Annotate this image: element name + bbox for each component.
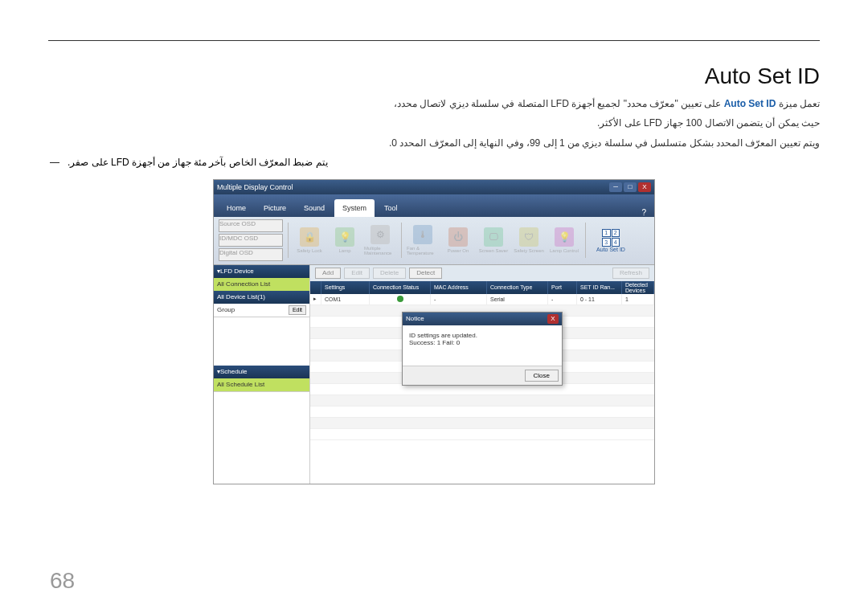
- dialog-line1: ID settings are updated.: [409, 332, 555, 339]
- screenshot: Multiple Display Control ─ □ X Home Pict…: [213, 179, 655, 484]
- window-title: Multiple Display Control: [217, 183, 293, 191]
- sidebar-all-connection[interactable]: All Connection List: [214, 278, 309, 291]
- th-detected: Detected Devices: [622, 281, 654, 294]
- page-title: Auto Set ID: [48, 63, 820, 89]
- table-toolbar: Add Edit Delete Detect Refresh: [310, 265, 654, 281]
- page-number: 68: [50, 568, 75, 594]
- desc-line3: ويتم تعيين المعرّف المحدد بشكل متسلسل في…: [48, 135, 820, 151]
- refresh-button[interactable]: Refresh: [612, 268, 649, 279]
- help-icon[interactable]: ?: [638, 208, 649, 217]
- th-mac: MAC Address: [431, 281, 487, 294]
- note-line: يتم ضبط المعرّف الخاص بآخر مئة جهاز من أ…: [48, 154, 820, 170]
- lamp-icon: 💡Lamp: [329, 223, 361, 258]
- dialog-close-icon[interactable]: X: [547, 314, 559, 324]
- table-body: ▸ COM1 - Serial - 0 - 11 1: [310, 294, 654, 484]
- delete-button[interactable]: Delete: [373, 268, 406, 279]
- tab-home[interactable]: Home: [219, 199, 254, 217]
- desc-line1: تعمل ميزة Auto Set ID على تعيين "معرّف م…: [48, 96, 820, 112]
- table-header: Settings Connection Status MAC Address C…: [310, 281, 654, 294]
- sidebar-lfd-head[interactable]: ▾ LFD Device: [214, 265, 309, 278]
- dialog-close-button[interactable]: Close: [525, 370, 559, 382]
- minimize-button[interactable]: ─: [609, 182, 622, 192]
- table-row[interactable]: ▸ COM1 - Serial - 0 - 11 1: [310, 294, 654, 305]
- source-osd-select[interactable]: Source OSD: [219, 219, 283, 232]
- close-button[interactable]: X: [638, 182, 651, 192]
- digital-osd-select[interactable]: Digital OSD: [219, 248, 283, 261]
- detect-button[interactable]: Detect: [409, 268, 442, 279]
- tab-system[interactable]: System: [334, 199, 375, 217]
- multiple-maintenance-icon: ⚙Multiple Maintenance: [364, 223, 396, 258]
- dialog-line2: Success: 1 Fail: 0: [409, 339, 555, 346]
- sidebar-all-device[interactable]: All Device List(1): [214, 291, 309, 304]
- safety-lock-icon: 🔒Safety Lock: [293, 223, 326, 258]
- notice-dialog: Notice X ID settings are updated. Succes…: [402, 312, 563, 386]
- power-on-icon: ⏻Power On: [442, 223, 474, 258]
- tab-picture[interactable]: Picture: [256, 199, 294, 217]
- window-titlebar: Multiple Display Control ─ □ X: [214, 180, 654, 194]
- ribbon: Source OSD ID/MDC OSD Digital OSD 🔒Safet…: [214, 217, 654, 265]
- id-mdc-osd-select[interactable]: ID/MDC OSD: [219, 234, 283, 247]
- th-setid-range: SET ID Ran...: [577, 281, 622, 294]
- main-tabs: Home Picture Sound System Tool ?: [214, 194, 654, 217]
- safety-screen-icon: 🛡Safety Screen: [513, 223, 545, 258]
- th-port: Port: [548, 281, 577, 294]
- sidebar-edit-button[interactable]: Edit: [289, 305, 306, 315]
- th-conn-type: Connection Type: [487, 281, 548, 294]
- screen-saver-icon: 🖵Screen Saver: [477, 223, 510, 258]
- maximize-button[interactable]: □: [624, 182, 637, 192]
- sidebar-all-schedule[interactable]: All Schedule List: [214, 378, 309, 391]
- th-settings: Settings: [321, 281, 370, 294]
- tab-sound[interactable]: Sound: [296, 199, 333, 217]
- sidebar-group[interactable]: Group Edit: [214, 304, 309, 317]
- fan-temp-icon: 🌡Fan & Temperature: [407, 223, 439, 258]
- status-dot-icon: [397, 296, 403, 302]
- th-connection-status: Connection Status: [370, 281, 431, 294]
- ribbon-selectors: Source OSD ID/MDC OSD Digital OSD: [219, 219, 283, 261]
- lamp-control-icon: 💡Lamp Control: [548, 223, 580, 258]
- tab-tool[interactable]: Tool: [376, 199, 406, 217]
- sidebar-schedule-head[interactable]: ▾ Schedule: [214, 366, 309, 378]
- dialog-title: Notice: [406, 315, 424, 322]
- auto-set-id-button[interactable]: 1234 Auto Set ID: [591, 223, 631, 258]
- edit-button[interactable]: Edit: [344, 268, 370, 279]
- add-button[interactable]: Add: [315, 268, 341, 279]
- desc-line2: حيث يمكن أن يتضمن الاتصال 100 جهاز LFD ع…: [48, 115, 820, 131]
- sidebar: ▾ LFD Device All Connection List All Dev…: [214, 265, 310, 484]
